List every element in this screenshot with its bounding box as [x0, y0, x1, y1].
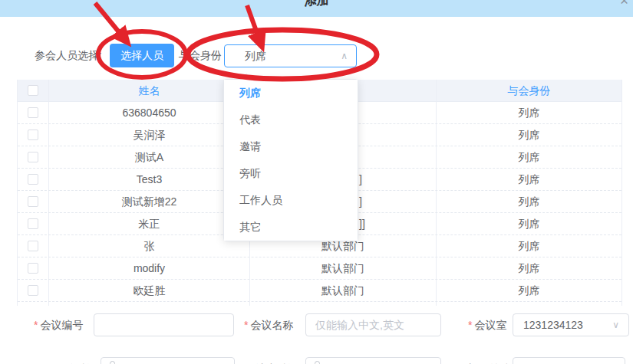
dropdown-option-qita[interactable]: 其它 [224, 214, 358, 241]
meeting-room-value: 1231234123 [523, 319, 583, 331]
dropdown-option-daibiao[interactable]: 代表 [224, 107, 358, 133]
meeting-room-select[interactable]: 1231234123 ∨ [513, 313, 629, 336]
chevron-up-icon: ∧ [341, 45, 348, 67]
meeting-name-label: *会议名称 [244, 313, 293, 336]
row-checkbox[interactable] [28, 218, 38, 229]
clock-icon [315, 361, 320, 364]
row-checkbox[interactable] [28, 174, 38, 185]
cell-name: 张 [49, 235, 250, 257]
meeting-no-label: *会议编号 [34, 313, 83, 336]
identity-label: 与会身份 [179, 44, 222, 67]
clock-icon [110, 361, 115, 364]
cell-identity: 列席 [437, 169, 621, 190]
header-checkbox-cell [18, 80, 49, 101]
third-bottom-label: 提醒策略 [468, 357, 511, 364]
cell-dept: 默认部门 [250, 257, 437, 279]
required-asterisk: * [34, 319, 38, 331]
table-row-clipped [18, 302, 621, 306]
chevron-down-icon: ∨ [612, 314, 619, 336]
cell-name: 测试新增22 [49, 191, 250, 212]
dialog-title: 添加 [0, 0, 633, 9]
meeting-no-input[interactable] [94, 313, 234, 336]
cell-identity: 列席 [437, 235, 621, 257]
cell-identity: 列席 [437, 146, 621, 168]
dropdown-option-liexi[interactable]: 列席 [224, 80, 358, 107]
cell-identity: 列席 [437, 191, 621, 212]
required-asterisk: * [468, 319, 472, 331]
dropdown-option-gongzuorenyuan[interactable]: 工作人员 [224, 187, 358, 214]
row-checkbox[interactable] [28, 241, 38, 251]
cell-identity: 列席 [437, 257, 621, 279]
cell-identity: 列席 [437, 102, 621, 123]
cell-name: 测试A [49, 146, 250, 168]
identity-dropdown-panel: 列席 代表 邀请 旁听 工作人员 其它 [223, 79, 358, 241]
table-row: modify 默认部门 列席 [18, 257, 621, 280]
meeting-room-label: *会议室 [468, 313, 506, 336]
cell-identity: 列席 [437, 124, 621, 146]
table-row: 欧廷胜 默认部门 列席 [18, 280, 621, 302]
row-checkbox[interactable] [28, 263, 38, 274]
header-identity: 与会身份 [437, 80, 621, 101]
select-all-checkbox[interactable] [28, 85, 38, 96]
row-checkbox[interactable] [28, 152, 38, 162]
cell-name: 636804650 [49, 102, 250, 123]
cell-name: Test3 [49, 169, 250, 190]
row-checkbox[interactable] [28, 285, 38, 296]
identity-select[interactable]: 列席 ∧ [224, 44, 357, 67]
cell-name: 米正 [49, 213, 250, 234]
end-time-input[interactable] [305, 357, 441, 364]
close-icon[interactable]: × [620, 0, 628, 9]
header-name: 姓名 [49, 80, 250, 101]
dropdown-option-yaoqing[interactable]: 邀请 [224, 133, 358, 160]
row-checkbox[interactable] [28, 107, 38, 118]
select-personnel-button[interactable]: 选择人员 [110, 44, 174, 67]
cell-name: 吴润泽 [49, 124, 250, 146]
cell-dept: 默认部门 [250, 280, 437, 301]
participant-select-label: 参会人员选择: [35, 44, 102, 67]
start-time-label: 开始时间 [54, 357, 97, 364]
cell-identity: 列席 [437, 280, 621, 301]
dropdown-option-pangting[interactable]: 旁听 [224, 160, 358, 187]
cell-identity: 列席 [437, 213, 621, 234]
cell-name: modify [49, 257, 250, 279]
identity-select-value: 列席 [245, 50, 266, 62]
row-checkbox[interactable] [28, 196, 38, 207]
start-time-input[interactable] [101, 357, 235, 364]
add-meeting-dialog: 添加 × 参会人员选择: 选择人员 与会身份 列席 ∧ 姓名 与会身份 6368… [0, 0, 633, 364]
third-bottom-input[interactable] [513, 357, 625, 364]
dialog-header: 添加 × [0, 0, 633, 17]
end-time-label: 结束时间 [255, 357, 298, 364]
meeting-name-input[interactable] [305, 313, 441, 336]
row-checkbox[interactable] [28, 130, 38, 140]
required-asterisk: * [244, 319, 248, 331]
cell-name: 欧廷胜 [49, 280, 250, 301]
